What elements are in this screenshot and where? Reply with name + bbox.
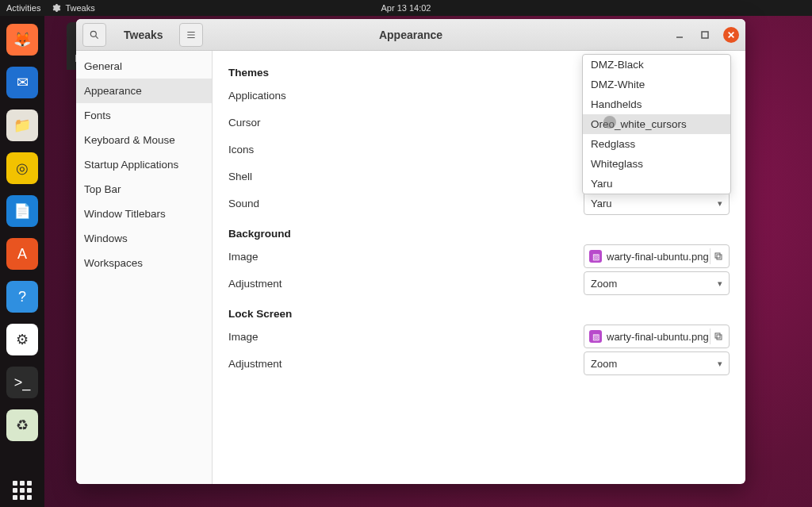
ls-image-value: warty-final-ubuntu.png <box>607 331 709 343</box>
click-ripple-icon <box>603 116 616 129</box>
chevron-down-icon: ▾ <box>718 359 722 369</box>
dock-item-ubuntu-software[interactable]: A <box>6 238 38 270</box>
cursor-option[interactable]: DMZ-White <box>583 75 730 94</box>
dock-item-gnome-tweaks[interactable]: ⚙ <box>6 324 38 355</box>
sidebar-item-keyboard-mouse[interactable]: Keyboard & Mouse <box>76 128 212 152</box>
cursor-option[interactable]: Yaru <box>583 174 730 194</box>
dock-item-thunderbird[interactable]: ✉ <box>6 67 38 98</box>
sound-combo-value: Yaru <box>591 198 612 209</box>
svg-rect-13 <box>715 333 720 338</box>
icons-label: Icons <box>228 144 254 156</box>
titlebar: Tweaks Appearance <box>76 19 745 51</box>
bg-adjustment-combo[interactable]: Zoom ▾ <box>584 271 730 295</box>
svg-rect-6 <box>702 32 708 38</box>
sidebar-item-top-bar[interactable]: Top Bar <box>76 177 212 202</box>
bg-image-row: Image ▨ warty-final-ubuntu.png <box>228 243 730 270</box>
sidebar-item-fonts[interactable]: Fonts <box>76 103 212 128</box>
bg-image-value: warty-final-ubuntu.png <box>607 251 709 263</box>
dock-item-help[interactable]: ? <box>6 281 38 313</box>
svg-rect-14 <box>717 335 722 340</box>
dock: 🦊✉📁◎📄A?⚙>_♻ <box>0 16 44 507</box>
bg-image-chooser[interactable]: ▨ warty-final-ubuntu.png <box>584 244 730 268</box>
open-file-icon <box>710 328 726 344</box>
sidebar-item-appearance[interactable]: Appearance <box>76 79 212 103</box>
image-icon: ▨ <box>589 250 602 263</box>
gear-icon <box>52 3 61 13</box>
svg-rect-11 <box>715 253 720 258</box>
sidebar-item-workspaces[interactable]: Workspaces <box>76 251 212 275</box>
cursor-option[interactable]: Oreo_white_cursors <box>583 114 730 134</box>
clock[interactable]: Apr 13 14:02 <box>381 3 431 13</box>
cursor-option[interactable]: Whiteglass <box>583 154 730 174</box>
sound-label: Sound <box>228 198 259 209</box>
minimize-button[interactable] <box>672 28 687 42</box>
activities-button[interactable]: Activities <box>6 3 40 13</box>
cursor-option[interactable]: DMZ-Black <box>583 55 730 75</box>
sidebar-item-window-titlebars[interactable]: Window Titlebars <box>76 202 212 226</box>
gnome-topbar: Activities Tweaks Apr 13 14:02 <box>0 0 812 16</box>
svg-point-0 <box>90 31 96 36</box>
ls-adjustment-row: Adjustment Zoom ▾ <box>228 350 730 377</box>
shell-label: Shell <box>228 171 252 182</box>
sidebar-item-startup-applications[interactable]: Startup Applications <box>76 152 212 177</box>
ls-adjustment-value: Zoom <box>591 358 617 370</box>
active-app-indicator[interactable]: Tweaks <box>52 3 94 13</box>
cursor-dropdown[interactable]: DMZ-BlackDMZ-WhiteHandheldsOreo_white_cu… <box>582 54 731 194</box>
maximize-button[interactable] <box>698 28 712 42</box>
bg-adjustment-row: Adjustment Zoom ▾ <box>228 270 730 297</box>
dock-item-rhythmbox[interactable]: ◎ <box>6 152 38 184</box>
ls-image-chooser[interactable]: ▨ warty-final-ubuntu.png <box>584 325 730 348</box>
cursor-option[interactable]: Handhelds <box>583 94 730 114</box>
dock-item-firefox[interactable]: 🦊 <box>6 24 38 56</box>
page-title: Appearance <box>379 29 442 41</box>
chevron-down-icon: ▾ <box>718 198 722 209</box>
sidebar-item-general[interactable]: General <box>76 54 212 79</box>
search-button[interactable] <box>82 23 106 47</box>
dock-item-files[interactable]: 📁 <box>6 109 38 141</box>
cursor-label: Cursor <box>228 117 261 129</box>
bg-image-label: Image <box>228 251 259 263</box>
ls-image-label: Image <box>228 331 259 343</box>
ls-image-row: Image ▨ warty-final-ubuntu.png <box>228 323 730 350</box>
dock-item-libreoffice-writer[interactable]: 📄 <box>6 195 38 227</box>
hamburger-menu-button[interactable] <box>179 23 203 47</box>
sound-combo[interactable]: Yaru ▾ <box>584 191 730 215</box>
dock-item-terminal[interactable]: >_ <box>6 367 38 398</box>
ls-adjustment-label: Adjustment <box>228 358 282 370</box>
bg-adjustment-label: Adjustment <box>228 278 282 290</box>
applications-label: Applications <box>228 90 286 102</box>
open-file-icon <box>710 248 726 264</box>
window-app-title: Tweaks <box>124 29 163 41</box>
lockscreen-heading: Lock Screen <box>228 308 730 320</box>
image-icon: ▨ <box>589 330 602 343</box>
active-app-name: Tweaks <box>65 3 94 13</box>
bg-adjustment-value: Zoom <box>591 278 617 290</box>
close-button[interactable] <box>723 27 739 43</box>
chevron-down-icon: ▾ <box>718 278 722 289</box>
cursor-option[interactable]: Redglass <box>583 134 730 154</box>
ls-adjustment-combo[interactable]: Zoom ▾ <box>584 351 730 375</box>
show-applications-button[interactable] <box>10 478 34 502</box>
svg-rect-12 <box>717 255 722 259</box>
sidebar-item-windows[interactable]: Windows <box>76 226 212 251</box>
background-heading: Background <box>228 228 730 240</box>
sidebar: GeneralAppearanceFontsKeyboard & MouseSt… <box>76 51 213 484</box>
svg-line-1 <box>95 36 98 38</box>
dock-item-trash[interactable]: ♻ <box>6 409 38 441</box>
